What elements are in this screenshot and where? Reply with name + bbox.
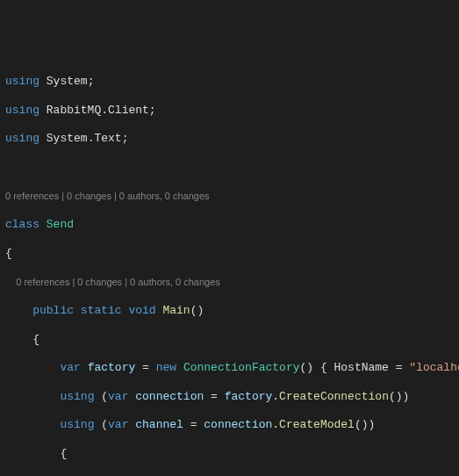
codelens-class[interactable]: 0 references | 0 changes | 0 authors, 0 … [5, 189, 459, 204]
code-line: using (var channel = connection.CreateMo… [5, 418, 459, 432]
blank-line [5, 161, 459, 175]
code-line: using System; [5, 75, 459, 89]
code-line: using System.Text; [5, 132, 459, 146]
code-line: using RabbitMQ.Client; [5, 104, 459, 118]
code-line: class Send [5, 218, 459, 232]
code-line: public static void Main() [5, 304, 459, 318]
code-line: { [5, 333, 459, 347]
codelens-method[interactable]: 0 references | 0 changes | 0 authors, 0 … [5, 275, 459, 290]
code-line: using (var connection = factory.CreateCo… [5, 390, 459, 404]
code-line: { [5, 447, 459, 461]
code-line: { [5, 247, 459, 261]
code-editor[interactable]: using System; using RabbitMQ.Client; usi… [5, 61, 459, 476]
code-line: var factory = new ConnectionFactory() { … [5, 361, 459, 375]
